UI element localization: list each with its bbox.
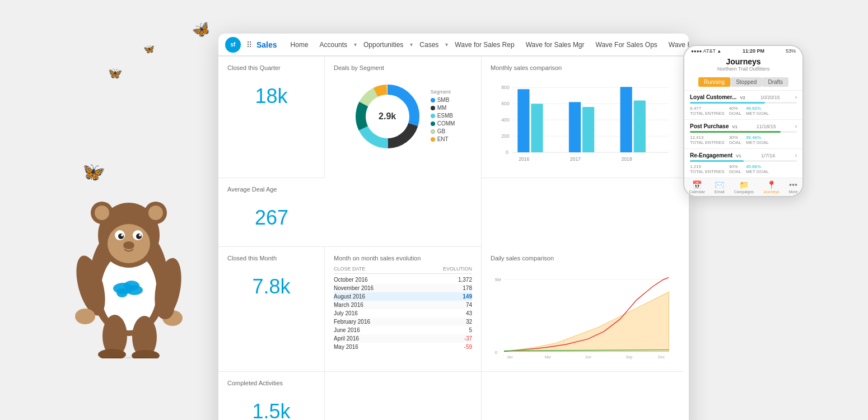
svg-text:400: 400	[501, 117, 510, 123]
journey-item-3[interactable]: Re-Engagement V1 1/7/16 › 1,219 TOTAL EN…	[684, 148, 802, 178]
svg-text:5M: 5M	[495, 277, 501, 282]
card-filler-1	[325, 372, 482, 420]
card-evolution-title: Month on month sales evolution	[334, 255, 472, 262]
legend-ent: ENT	[431, 136, 455, 142]
mascot-svg	[62, 123, 196, 358]
phone-tabs: Running Stopped Drafts	[684, 75, 802, 90]
svg-text:2016: 2016	[519, 156, 529, 162]
tab-stopped[interactable]: Stopped	[730, 77, 762, 87]
svg-point-5	[116, 288, 128, 297]
butterfly-1: 🦋	[190, 18, 213, 41]
evo-row-1: November 2016 178	[334, 284, 472, 292]
card-avg-deal-value: 267	[227, 197, 316, 239]
dashboard-grid-row2: Closed this Month 7.8k Month on month sa…	[218, 247, 689, 372]
phone-carrier: ●●●● AT&T ▲	[691, 48, 721, 54]
journey-1-stat-met: 49.92% MET GOAL	[746, 106, 769, 116]
sf-logo: sf	[225, 37, 241, 53]
journey-3-bar-bg	[690, 160, 797, 162]
nav-home[interactable]: Home	[286, 39, 313, 51]
journey-2-version: V1	[732, 124, 738, 129]
journey-2-stat-met: 39.46% MET GOAL	[746, 135, 769, 145]
card-daily-sales-title: Daily sales comparison	[491, 255, 674, 262]
nav-grid-icon: ⠿	[246, 40, 252, 49]
journey-3-arrow: ›	[795, 152, 797, 158]
dashboard-window: sf ⠿ Sales Home Accounts▾ Opportunities▾…	[218, 34, 689, 420]
journey-2-name: Post Purchase V1	[690, 123, 738, 129]
phone-frame: ●●●● AT&T ▲ 11:20 PM 53% Journeys Northe…	[683, 45, 804, 197]
journey-2-stat-goal: 30% GOAL	[729, 135, 741, 145]
svg-point-14	[118, 234, 124, 239]
svg-text:200: 200	[501, 133, 510, 139]
svg-point-8	[95, 206, 109, 220]
phone-nav-journeys[interactable]: 📍 Journeys	[763, 180, 779, 194]
svg-text:0: 0	[506, 150, 508, 155]
evo-row-8: May 2016 -59	[334, 343, 472, 351]
card-closed-month-title: Closed this Month	[227, 255, 315, 262]
phone-battery: 53%	[786, 48, 796, 54]
legend-smb: SMB	[431, 97, 455, 103]
journey-2-stat-entries: 12,413 TOTAL ENTRIES	[690, 135, 725, 145]
phone-nav-email[interactable]: ✉️ Email	[715, 180, 725, 194]
card-closed-month-value: 7.8k	[227, 266, 315, 307]
calendar-icon: 📅	[692, 180, 702, 189]
line-chart-svg: 5M 0 Jan Mar Jun Sep Dec	[491, 266, 674, 361]
card-avg-deal-title: Average Deal Age	[227, 186, 316, 193]
more-icon: •••	[789, 180, 797, 189]
phone-app-title: Journeys	[689, 57, 798, 66]
card-evolution: Month on month sales evolution CLOSE DAT…	[325, 247, 482, 372]
svg-point-15	[136, 234, 142, 239]
bar-chart-svg: 800 600 400 200 0	[491, 78, 674, 167]
nav-app-name: Sales	[256, 40, 277, 49]
svg-rect-47	[569, 102, 581, 152]
phone-bottom-nav: 📅 Calendar ✉️ Email 📁 Campaigns 📍 Journe…	[684, 178, 802, 196]
nav-wave-ops[interactable]: Wave For Sales Ops	[591, 39, 662, 51]
journey-2-header: Post Purchase V1 11/18/15 ›	[690, 123, 797, 129]
legend-esmb: ESMB	[431, 113, 455, 119]
svg-rect-50	[634, 100, 646, 152]
legend-comm: COMM	[431, 120, 455, 127]
journey-1-date: 10/20/15	[760, 95, 780, 100]
nav-opportunities[interactable]: Opportunities	[359, 39, 408, 51]
card-completed-activities-title: Completed Activities	[227, 380, 315, 386]
legend-gb: GB	[431, 128, 455, 134]
svg-point-10	[148, 206, 163, 220]
journey-2-stats: 12,413 TOTAL ENTRIES 30% GOAL 39.46% MET…	[690, 135, 797, 145]
phone-nav-more[interactable]: ••• More	[788, 180, 797, 194]
nav-accounts[interactable]: Accounts	[315, 39, 352, 51]
journey-3-date: 1/7/16	[761, 153, 775, 158]
nav-wave-rep[interactable]: Wave for Sales Rep	[450, 39, 519, 51]
donut-center-value: 2.9k	[379, 111, 396, 122]
svg-point-17	[139, 234, 141, 236]
mascot	[45, 78, 213, 358]
journey-item-1[interactable]: Loyal Customer... V2 10/20/15 › 6,477 TO…	[684, 90, 802, 119]
card-closed-quarter: Closed this Quarter 18k	[218, 57, 325, 178]
phone-container: ●●●● AT&T ▲ 11:20 PM 53% Journeys Northe…	[683, 45, 812, 197]
journey-1-bar-fill	[690, 102, 765, 104]
tab-drafts[interactable]: Drafts	[762, 77, 788, 87]
nav-wave-mgr[interactable]: Wave for Sales Mgr	[521, 39, 589, 51]
card-filler-2	[482, 372, 683, 420]
tab-running[interactable]: Running	[698, 77, 730, 87]
evo-row-7: April 2016 -37	[334, 334, 472, 343]
journey-item-2[interactable]: Post Purchase V1 11/18/15 › 12,413 TOTAL…	[684, 119, 802, 148]
journey-3-stat-entries: 1,219 TOTAL ENTRIES	[690, 164, 725, 174]
svg-text:Dec: Dec	[658, 355, 665, 359]
svg-point-18	[123, 241, 134, 249]
svg-rect-48	[582, 107, 594, 152]
phone-nav-campaigns[interactable]: 📁 Campaigns	[734, 180, 754, 194]
svg-rect-46	[531, 104, 543, 152]
journey-3-header: Re-Engagement V1 1/7/16 ›	[690, 152, 797, 158]
journey-3-stat-met: 45.86% MET GOAL	[746, 164, 769, 174]
nav-cases[interactable]: Cases	[415, 39, 443, 51]
card-monthly-sales-title: Monthly sales comparison	[491, 64, 674, 71]
svg-point-4	[126, 285, 143, 295]
campaigns-icon: 📁	[739, 180, 749, 189]
journey-3-version: V1	[736, 153, 741, 158]
card-closed-quarter-value: 18k	[227, 76, 315, 117]
card-completed-activities-value: 1.5k	[227, 391, 315, 420]
journey-1-arrow: ›	[795, 94, 797, 100]
evo-row-6: June 2016 5	[334, 326, 472, 334]
card-avg-deal: Average Deal Age 267	[218, 178, 325, 247]
phone-nav-calendar[interactable]: 📅 Calendar	[689, 180, 705, 194]
card-closed-month: Closed this Month 7.8k	[218, 247, 325, 372]
